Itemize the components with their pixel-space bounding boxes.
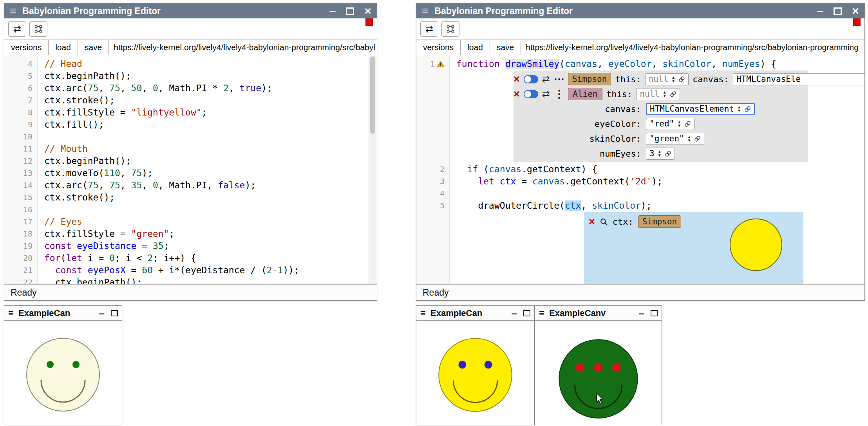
scrollbar[interactable] — [369, 55, 377, 284]
code-text[interactable]: let ctx = canvas.getContext('2d'); — [449, 176, 662, 186]
swap-button[interactable]: ⇄ — [420, 21, 438, 37]
code-line[interactable]: 22 ctx.beginPath(); — [4, 276, 377, 284]
delete-example-icon[interactable]: × — [589, 217, 595, 227]
code-line[interactable]: 9ctx.fill(); — [4, 118, 377, 130]
code-line[interactable]: 8ctx.fillStyle = "lightyellow"; — [4, 106, 377, 118]
close-button[interactable]: × — [364, 5, 371, 17]
code-line[interactable]: 2 if (canvas.getContext) { — [416, 163, 864, 175]
tab-load[interactable]: load — [461, 40, 490, 55]
menu-icon[interactable]: ≡ — [10, 5, 16, 16]
link-icon[interactable] — [670, 91, 676, 97]
maximize-button[interactable] — [111, 310, 118, 316]
menu-icon[interactable]: ≡ — [539, 308, 544, 319]
code-line[interactable]: 4// Head — [4, 58, 377, 70]
link-icon[interactable] — [665, 150, 671, 157]
stepper-icon[interactable]: ▲▼ — [687, 135, 691, 142]
url-field[interactable]: https://lively-kernel.org/lively4/lively… — [521, 40, 864, 55]
menu-dots-icon[interactable]: ⋮ — [554, 88, 564, 100]
titlebar[interactable]: ≡ ExampleCanv – — [535, 306, 662, 321]
code-line[interactable]: 13ctx.moveTo(110, 75); — [4, 167, 377, 179]
titlebar[interactable]: ≡ ExampleCan – — [416, 306, 534, 321]
probe-value-box[interactable]: null ▲▼ — [645, 73, 689, 85]
code-line[interactable]: 16 — [4, 203, 377, 215]
menu-icon[interactable]: ≡ — [420, 308, 426, 319]
instance-badge-alien[interactable]: Alien — [568, 88, 602, 100]
code-text[interactable]: const eyeDistance = 35; — [37, 241, 169, 251]
code-text[interactable]: const eyePosX = 60 + i*(eyeDistance / (2… — [37, 265, 299, 275]
code-text[interactable]: ctx.fillStyle = "green"; — [37, 229, 174, 239]
titlebar[interactable]: ≡ Babylonian Programming Editor – × — [4, 4, 377, 18]
code-line[interactable]: 7ctx.stroke(); — [4, 94, 377, 106]
code-line[interactable]: 3 let ctx = canvas.getContext('2d'); — [416, 175, 864, 187]
probe-value-box[interactable]: HTMLCanvasEle — [733, 73, 864, 85]
minimize-button[interactable]: – — [817, 7, 824, 15]
stepper-icon[interactable]: ▲▼ — [663, 90, 667, 97]
code-text[interactable]: ctx.arc(75, 75, 35, 0, Math.PI, false); — [37, 180, 256, 190]
frame-select-button[interactable] — [441, 21, 459, 37]
code-line[interactable]: 11// Mouth — [4, 143, 377, 155]
code-line[interactable]: 17// Eyes — [4, 215, 377, 227]
link-icon[interactable] — [678, 76, 685, 83]
probe-toggle[interactable] — [524, 90, 538, 98]
code-text[interactable]: ctx.arc(75, 75, 50, 0, Math.PI * 2, true… — [37, 83, 272, 93]
link-icon[interactable] — [694, 135, 701, 142]
menu-icon[interactable]: ≡ — [422, 5, 428, 16]
probe-value-box[interactable]: 3 ▲▼ — [646, 148, 675, 160]
code-line[interactable]: 10 — [4, 130, 377, 143]
stepper-icon[interactable]: ▲▼ — [658, 150, 662, 157]
code-line[interactable]: 14ctx.arc(75, 75, 35, 0, Math.PI, false)… — [4, 179, 377, 191]
stepper-icon[interactable]: ▲▼ — [671, 76, 675, 83]
code-editor[interactable]: 1function drawSmiley(canvas, eyeColor, s… — [416, 55, 864, 284]
minimize-button[interactable]: – — [639, 310, 644, 316]
close-button[interactable]: × — [852, 5, 859, 17]
tab-load[interactable]: load — [49, 40, 78, 55]
probe-value-box-selected[interactable]: HTMLCanvasElement ▲▼ — [646, 103, 755, 115]
probe-value-box[interactable]: null ▲▼ — [636, 88, 680, 100]
minimize-button[interactable]: – — [512, 310, 517, 316]
code-text[interactable]: ctx.moveTo(110, 75); — [37, 168, 153, 178]
code-line[interactable]: 5ctx.beginPath(); — [4, 70, 377, 82]
code-line[interactable]: 21 const eyePosX = 60 + i*(eyeDistance /… — [4, 264, 377, 276]
tab-save[interactable]: save — [490, 40, 521, 55]
code-text[interactable]: if (canvas.getContext) { — [449, 164, 597, 174]
code-text[interactable]: // Eyes — [37, 217, 82, 227]
maximize-button[interactable] — [523, 310, 530, 316]
scrollbar-thumb[interactable] — [370, 56, 375, 134]
code-text[interactable]: ctx.beginPath(); — [37, 156, 131, 166]
code-text[interactable]: ctx.fill(); — [37, 119, 104, 130]
link-icon[interactable] — [744, 106, 751, 112]
frame-select-button[interactable] — [29, 21, 47, 37]
code-text[interactable]: ctx.fillStyle = "lightyellow"; — [37, 107, 207, 117]
code-line[interactable]: 15ctx.stroke(); — [4, 191, 377, 203]
swap-arrows-icon[interactable]: ⇄ — [542, 88, 550, 99]
menu-icon[interactable]: ≡ — [8, 308, 14, 319]
code-text[interactable]: ctx.stroke(); — [37, 192, 115, 202]
tab-versions[interactable]: versions — [4, 40, 49, 55]
delete-probe-icon[interactable]: × — [514, 89, 520, 99]
code-line[interactable]: 20for(let i = 0; i < 2; i++) { — [4, 252, 377, 264]
stepper-icon[interactable]: ▲▼ — [737, 105, 741, 112]
code-text[interactable]: for(let i = 0; i < 2; i++) { — [37, 253, 196, 263]
maximize-button[interactable] — [834, 7, 842, 15]
tab-save[interactable]: save — [78, 40, 109, 55]
code-text[interactable]: ctx.beginPath(); — [37, 71, 131, 81]
probe-toggle[interactable] — [524, 75, 538, 83]
code-text[interactable]: function drawSmiley(canvas, eyeColor, sk… — [449, 59, 776, 69]
link-icon[interactable] — [684, 121, 691, 127]
maximize-button[interactable] — [346, 7, 354, 15]
tab-versions[interactable]: versions — [416, 40, 461, 55]
titlebar[interactable]: ≡ Babylonian Programming Editor – × — [416, 4, 864, 18]
code-text[interactable]: // Head — [37, 59, 82, 69]
titlebar[interactable]: ≡ ExampleCan – — [4, 306, 122, 321]
code-line[interactable]: 6ctx.arc(75, 75, 50, 0, Math.PI * 2, tru… — [4, 82, 377, 94]
minimize-button[interactable]: – — [99, 310, 105, 316]
menu-dots-icon[interactable]: ⋯ — [554, 73, 564, 85]
code-line[interactable]: 4 — [416, 187, 864, 199]
probe-value-box[interactable]: "green" ▲▼ — [646, 133, 704, 145]
probe-value-box[interactable]: "red" ▲▼ — [646, 118, 694, 130]
magnifier-icon[interactable] — [600, 218, 608, 226]
code-line[interactable]: 5 drawOuterCircle(ctx, skinColor); — [416, 199, 864, 211]
minimize-button[interactable]: – — [329, 7, 336, 15]
swap-arrows-icon[interactable]: ⇄ — [542, 74, 550, 85]
code-text[interactable]: // Mouth — [37, 144, 88, 154]
